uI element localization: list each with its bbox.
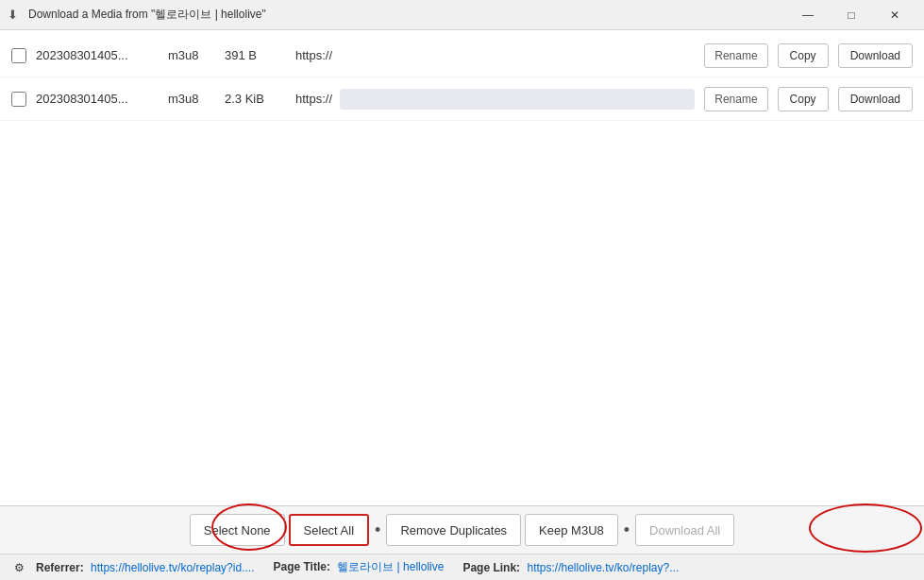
row-url-text-1: https://	[295, 48, 332, 62]
row-download-button-2[interactable]: Download	[838, 87, 913, 111]
page-title-label: Page Title:	[273, 560, 329, 573]
row-type-1: m3u8	[168, 48, 215, 62]
gear-icon[interactable]: ⚙	[8, 556, 30, 579]
row-url-bar-2	[340, 89, 695, 110]
referrer-item: Referrer: https://hellolive.tv/ko/replay…	[36, 561, 254, 574]
page-link-item: Page Link: https://hellolive.tv/ko/repla…	[462, 561, 679, 574]
row-download-button-1[interactable]: Download	[838, 43, 913, 68]
row-copy-button-2[interactable]: Copy	[778, 87, 829, 111]
separator-dot-2: •	[622, 521, 631, 538]
referrer-value: https://hellolive.tv/ko/replay?id....	[91, 561, 254, 574]
row-url-container-1: https://	[295, 48, 695, 62]
page-link-value: https://hellolive.tv/ko/replay?...	[527, 561, 679, 574]
app-icon: ⬇	[8, 8, 23, 23]
row-rename-button-2[interactable]: Rename	[704, 87, 767, 111]
row-filename-1: 202308301405...	[36, 48, 159, 62]
maximize-button[interactable]: □	[830, 0, 873, 30]
close-button[interactable]: ✕	[873, 0, 916, 30]
row-copy-button-1[interactable]: Copy	[778, 43, 829, 68]
media-list: 202308301405... m3u8 391 B https:// Rena…	[0, 30, 924, 505]
page-title-item: Page Title: 헬로라이브 | hellolive	[273, 559, 444, 575]
row-size-1: 391 B	[225, 48, 286, 62]
download-all-button[interactable]: Download All	[635, 514, 734, 546]
separator-dot-1: •	[373, 521, 382, 538]
status-bar: ⚙ Referrer: https://hellolive.tv/ko/repl…	[0, 554, 924, 580]
main-content: 202308301405... m3u8 391 B https:// Rena…	[0, 30, 924, 580]
minimize-button[interactable]: —	[786, 0, 830, 30]
row-url-container-2: https://	[295, 89, 695, 110]
remove-duplicates-button[interactable]: Remove Duplicates	[386, 514, 521, 546]
table-row: 202308301405... m3u8 391 B https:// Rena…	[0, 34, 924, 77]
bottom-toolbar-wrapper: Select None Select All • Remove Duplicat…	[0, 505, 924, 554]
row-type-2: m3u8	[168, 92, 215, 106]
row-filename-2: 202308301405...	[36, 92, 159, 106]
select-none-button[interactable]: Select None	[190, 514, 285, 546]
select-all-button[interactable]: Select All	[289, 514, 369, 546]
keep-m3u8-button[interactable]: Keep M3U8	[525, 514, 618, 546]
row-url-text-2: https://	[295, 92, 332, 106]
row-size-2: 2.3 KiB	[225, 92, 286, 106]
page-title-value: 헬로라이브 | hellolive	[337, 560, 444, 573]
row-checkbox-2[interactable]	[11, 92, 26, 107]
titlebar: ⬇ Download a Media from "헬로라이브 | helloli…	[0, 0, 924, 30]
bottom-toolbar: Select None Select All • Remove Duplicat…	[0, 505, 924, 554]
window-title: Download a Media from "헬로라이브 | hellolive…	[28, 7, 786, 23]
row-rename-button-1[interactable]: Rename	[704, 43, 767, 68]
table-row: 202308301405... m3u8 2.3 KiB https:// Re…	[0, 77, 924, 121]
referrer-label: Referrer:	[36, 561, 84, 574]
row-checkbox-1[interactable]	[11, 48, 26, 63]
page-link-label: Page Link:	[462, 561, 520, 574]
window-controls: — □ ✕	[786, 0, 916, 30]
